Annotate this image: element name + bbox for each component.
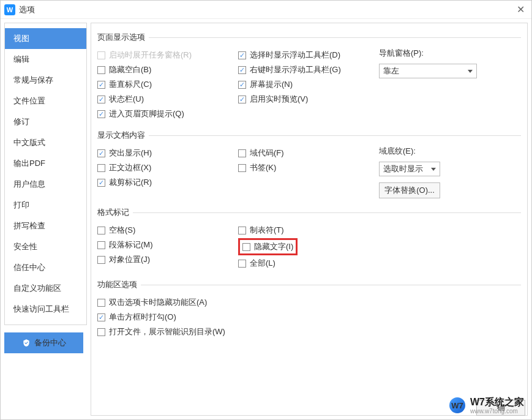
field-shading-combo[interactable]: 选取时显示 xyxy=(379,162,440,176)
option-label: 进入页眉页脚提示(Q) xyxy=(109,108,184,119)
sidebar-item-11[interactable]: 信任中心 xyxy=(5,257,86,278)
checkbox[interactable] xyxy=(238,81,246,89)
sidebar-item-9[interactable]: 拼写检查 xyxy=(5,216,86,236)
checkbox[interactable] xyxy=(97,149,105,157)
page-display-option-2[interactable]: 屏幕提示(N) xyxy=(238,77,379,92)
option-label: 垂直标尺(C) xyxy=(109,79,152,90)
doc-content-option-1[interactable]: 正文边框(X) xyxy=(97,160,238,175)
nav-pane-label: 导航窗格(P): xyxy=(379,48,501,59)
chevron-down-icon xyxy=(431,168,436,171)
page-display-option-4[interactable]: 进入页眉页脚提示(Q) xyxy=(97,107,238,121)
option-label: 突出显示(H) xyxy=(109,148,152,159)
watermark-text: W7系统之家 xyxy=(470,396,524,409)
checkbox[interactable] xyxy=(97,241,105,249)
sidebar-item-7[interactable]: 用户信息 xyxy=(5,174,86,195)
option-label: 全部(L) xyxy=(250,258,275,269)
sidebar-item-10[interactable]: 安全性 xyxy=(5,236,86,257)
page-display-option-3[interactable]: 启用实时预览(V) xyxy=(238,92,379,107)
sidebar-item-2[interactable]: 常规与保存 xyxy=(5,70,86,91)
checkbox[interactable] xyxy=(97,313,105,321)
checkbox[interactable] xyxy=(97,81,105,89)
sidebar-item-8[interactable]: 打印 xyxy=(5,195,86,216)
doc-content-option-1[interactable]: 书签(K) xyxy=(238,160,379,175)
page-display-option-1[interactable]: 隐藏空白(B) xyxy=(97,62,238,77)
doc-content-option-0[interactable]: 突出显示(H) xyxy=(97,146,238,160)
format-marks-option-0[interactable]: 制表符(T) xyxy=(238,223,379,238)
checkbox[interactable] xyxy=(97,179,105,187)
format-marks-option-0[interactable]: 空格(S) xyxy=(97,223,238,238)
option-label: 单击方框时打勾(O) xyxy=(109,312,176,323)
watermark-sub: www.w7tong.com xyxy=(470,408,524,414)
close-button[interactable]: ✕ xyxy=(513,4,528,15)
sidebar-item-1[interactable]: 编辑 xyxy=(5,49,86,70)
option-label: 启动时展开任务窗格(R) xyxy=(109,50,192,61)
ribbon-option-1[interactable]: 单击方框时打勾(O) xyxy=(97,310,521,324)
sidebar-item-4[interactable]: 修订 xyxy=(5,111,86,132)
format-marks-option-2[interactable]: 对象位置(J) xyxy=(97,252,238,267)
nav-pane-value: 靠左 xyxy=(383,66,399,77)
backup-icon xyxy=(22,339,31,347)
field-shading-label: 域底纹(E): xyxy=(379,146,501,157)
font-substitution-label: 字体替换(O)... xyxy=(384,185,435,196)
ribbon-option-0[interactable]: 双击选项卡时隐藏功能区(A) xyxy=(97,295,521,310)
option-label: 隐藏文字(I) xyxy=(254,241,293,252)
checkbox[interactable] xyxy=(97,299,105,307)
option-label: 屏幕提示(N) xyxy=(250,79,293,90)
checkbox[interactable] xyxy=(238,227,246,234)
doc-content-option-2[interactable]: 裁剪标记(R) xyxy=(97,175,238,190)
sidebar-item-3[interactable]: 文件位置 xyxy=(5,91,86,111)
checkbox[interactable] xyxy=(97,227,105,234)
doc-content-grid: 突出显示(H)正文边框(X)裁剪标记(R) 域代码(F)书签(K) 域底纹(E)… xyxy=(97,146,521,198)
nav-pane-combo[interactable]: 靠左 xyxy=(379,64,477,78)
ribbon-option-2[interactable]: 打开文件，展示智能识别目录(W) xyxy=(97,324,521,339)
doc-content-col1: 突出显示(H)正文边框(X)裁剪标记(R) xyxy=(97,146,238,198)
checkbox[interactable] xyxy=(97,256,105,264)
font-substitution-button[interactable]: 字体替换(O)... xyxy=(379,182,440,198)
option-label: 段落标记(M) xyxy=(109,239,153,250)
sidebar-item-5[interactable]: 中文版式 xyxy=(5,132,86,153)
checkbox[interactable] xyxy=(97,110,105,118)
format-marks-col2: 制表符(T)隐藏文字(I)全部(L) xyxy=(238,223,379,271)
page-display-option-0[interactable]: 选择时显示浮动工具栏(D) xyxy=(238,48,379,62)
option-label: 域代码(F) xyxy=(250,148,284,159)
checkbox[interactable] xyxy=(238,51,246,59)
sidebar-item-13[interactable]: 快速访问工具栏 xyxy=(5,299,86,320)
watermark-logo: W7 xyxy=(449,397,465,413)
watermark: W7 W7系统之家 www.w7tong.com xyxy=(444,394,529,417)
format-marks-option-1[interactable]: 段落标记(M) xyxy=(97,238,238,252)
checkbox[interactable] xyxy=(97,66,105,74)
option-label: 双击选项卡时隐藏功能区(A) xyxy=(109,297,207,308)
page-display-option-2[interactable]: 垂直标尺(C) xyxy=(97,77,238,92)
page-display-grid: 启动时展开任务窗格(R)隐藏空白(B)垂直标尺(C)状态栏(U)进入页眉页脚提示… xyxy=(97,48,521,121)
option-label: 空格(S) xyxy=(109,225,135,236)
page-display-option-1[interactable]: 右键时显示浮动工具栏(G) xyxy=(238,62,379,77)
chevron-down-icon xyxy=(468,70,473,73)
sidebar-item-12[interactable]: 自定义功能区 xyxy=(5,278,86,299)
checkbox[interactable] xyxy=(238,149,246,157)
checkbox[interactable] xyxy=(238,164,246,172)
checkbox[interactable] xyxy=(242,243,250,251)
checkbox[interactable] xyxy=(97,164,105,172)
checkbox[interactable] xyxy=(97,328,105,336)
sidebar-item-0[interactable]: 视图 xyxy=(5,28,86,49)
nav-pane-group: 导航窗格(P): 靠左 xyxy=(379,48,501,121)
doc-content-option-0[interactable]: 域代码(F) xyxy=(238,146,379,160)
format-marks-col1: 空格(S)段落标记(M)对象位置(J) xyxy=(97,223,238,271)
page-display-option-3[interactable]: 状态栏(U) xyxy=(97,92,238,107)
format-marks-grid: 空格(S)段落标记(M)对象位置(J) 制表符(T)隐藏文字(I)全部(L) xyxy=(97,223,521,271)
options-dialog: W 选项 ✕ 视图编辑常规与保存文件位置修订中文版式输出PDF用户信息打印拼写检… xyxy=(0,0,532,420)
content-panel: 页面显示选项 启动时展开任务窗格(R)隐藏空白(B)垂直标尺(C)状态栏(U)进… xyxy=(91,23,528,416)
format-marks-option-1[interactable]: 隐藏文字(I) xyxy=(238,238,298,255)
backup-center-button[interactable]: 备份中心 xyxy=(4,332,83,353)
page-display-option-0: 启动时展开任务窗格(R) xyxy=(97,48,238,62)
section-title-page-display: 页面显示选项 xyxy=(97,32,521,43)
page-display-col1: 启动时展开任务窗格(R)隐藏空白(B)垂直标尺(C)状态栏(U)进入页眉页脚提示… xyxy=(97,48,238,121)
checkbox[interactable] xyxy=(238,260,246,268)
checkbox[interactable] xyxy=(238,96,246,103)
section-title-format-marks: 格式标记 xyxy=(97,207,521,218)
option-label: 隐藏空白(B) xyxy=(109,64,151,75)
format-marks-option-2[interactable]: 全部(L) xyxy=(238,256,379,271)
checkbox[interactable] xyxy=(97,96,105,103)
checkbox[interactable] xyxy=(238,66,246,74)
sidebar-item-6[interactable]: 输出PDF xyxy=(5,153,86,174)
